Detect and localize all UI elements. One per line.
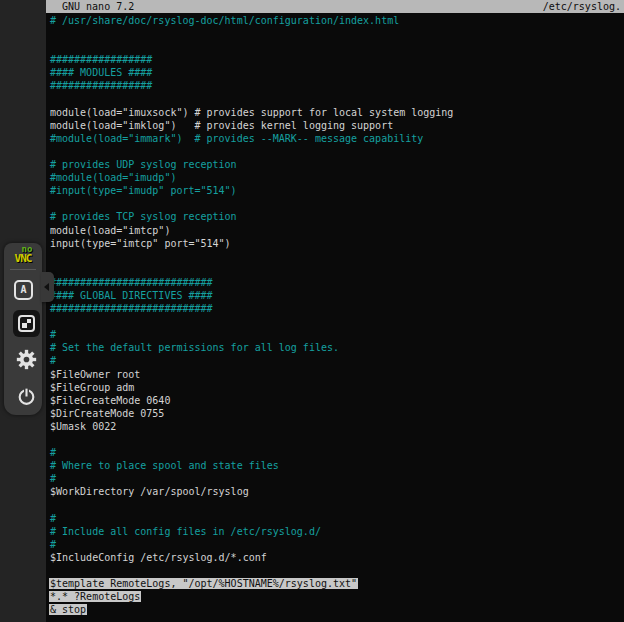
editor-line-text: ########################### (50, 303, 213, 314)
settings-button[interactable] (16, 349, 37, 370)
editor-line-text: # (50, 329, 56, 340)
editor-line-text: # (50, 513, 56, 524)
editor-line-text: module(load="imtcp") (50, 225, 170, 236)
editor-line[interactable] (50, 197, 624, 210)
keyboard-key-icon: A (14, 280, 33, 300)
nano-filename: /etc/rsyslog. (543, 0, 621, 13)
editor-line-text: # Where to place spool and state files (50, 460, 279, 471)
gear-icon (16, 349, 37, 370)
editor-line[interactable]: ################# (50, 79, 624, 92)
editor-line-text: $IncludeConfig /etc/rsyslog.d/*.conf (50, 552, 267, 563)
editor-line[interactable]: $template RemoteLogs, "/opt/%HOSTNAME%/r… (50, 577, 624, 590)
novnc-control-bar: no VNC A (4, 243, 42, 415)
editor-line[interactable] (50, 250, 624, 263)
editor-line-text: $WorkDirectory /var/spool/rsyslog (50, 486, 249, 497)
editor-line[interactable]: $WorkDirectory /var/spool/rsyslog (50, 485, 624, 498)
editor-line-text: $FileCreateMode 0640 (50, 395, 170, 406)
editor-line-text: # (50, 473, 56, 484)
editor-line[interactable]: # /usr/share/doc/rsyslog-doc/html/config… (50, 14, 624, 27)
editor-line[interactable]: # (50, 328, 624, 341)
editor-line[interactable] (50, 93, 624, 106)
editor-line-text: # provides TCP syslog reception (50, 211, 237, 222)
editor-line-text: input(type="imtcp" port="514") (50, 238, 231, 249)
editor-line[interactable]: # provides TCP syslog reception (50, 210, 624, 223)
fullscreen-button[interactable] (13, 310, 40, 337)
editor-line-text: module(load="imklog") # provides kernel … (50, 120, 393, 131)
editor-line-text: # Include all config files in /etc/rsysl… (50, 526, 321, 537)
editor-line-text: $FileOwner root (50, 369, 140, 380)
editor-line-text: module(load="imuxsock") # provides suppo… (50, 107, 453, 118)
editor-line-text: #input(type="imudp" port="514") (50, 185, 237, 196)
editor-line-text: #module(load="immark") # provides --MARK… (50, 133, 423, 144)
nano-titlebar: GNU nano 7.2 /etc/rsyslog. (46, 0, 624, 13)
editor-line-text: #### MODULES #### (50, 67, 152, 78)
editor-line[interactable] (50, 498, 624, 511)
editor-line-text: $Umask 0022 (50, 421, 116, 432)
editor-line[interactable] (50, 315, 624, 328)
editor-line[interactable]: #### MODULES #### (50, 66, 624, 79)
editor-line[interactable]: $DirCreateMode 0755 (50, 407, 624, 420)
editor-line[interactable]: $Umask 0022 (50, 420, 624, 433)
editor-line[interactable]: #module(load="imudp") (50, 171, 624, 184)
editor-line[interactable]: # (50, 446, 624, 459)
editor-line[interactable]: module(load="imklog") # provides kernel … (50, 119, 624, 132)
editor-line-text: ########################### (50, 277, 213, 288)
control-bar-handle[interactable] (41, 272, 54, 302)
editor-line-text: $template RemoteLogs, "/opt/%HOSTNAME%/r… (49, 578, 358, 589)
novnc-logo: no VNC (4, 246, 42, 264)
editor-line[interactable]: #module(load="immark") # provides --MARK… (50, 132, 624, 145)
editor-line[interactable] (50, 433, 624, 446)
power-button[interactable] (16, 386, 37, 407)
editor-line[interactable]: *.* ?RemoteLogs (50, 590, 624, 603)
editor-line[interactable]: $IncludeConfig /etc/rsyslog.d/*.conf (50, 551, 624, 564)
power-icon (16, 386, 37, 407)
editor-line[interactable]: & stop (50, 603, 624, 616)
editor-line[interactable]: $FileOwner root (50, 368, 624, 381)
editor-line[interactable]: # Include all config files in /etc/rsysl… (50, 525, 624, 538)
editor-line[interactable]: # Set the default permissions for all lo… (50, 341, 624, 354)
editor-line[interactable]: # Where to place spool and state files (50, 459, 624, 472)
editor-line-text: # (50, 539, 56, 550)
editor-line[interactable]: # (50, 472, 624, 485)
editor-line[interactable]: # (50, 512, 624, 525)
editor-line[interactable]: ########################### (50, 276, 624, 289)
editor-line[interactable]: # (50, 354, 624, 367)
nano-version: GNU nano 7.2 (62, 0, 134, 13)
fullscreen-icon (18, 315, 35, 332)
editor-line[interactable] (50, 40, 624, 53)
editor-line[interactable]: $FileGroup adm (50, 381, 624, 394)
editor-line-text: *.* ?RemoteLogs (49, 591, 141, 602)
editor-line[interactable] (50, 145, 624, 158)
editor-line[interactable] (50, 27, 624, 40)
editor-line[interactable]: #input(type="imudp" port="514") (50, 184, 624, 197)
terminal-window[interactable]: GNU nano 7.2 /etc/rsyslog. # /usr/share/… (46, 0, 624, 622)
fullscreen-icon-square-small (27, 319, 31, 323)
collapse-arrow-icon (44, 283, 49, 291)
panel-divider (10, 269, 36, 270)
editor-line[interactable]: module(load="imtcp") (50, 224, 624, 237)
novnc-logo-vnc: VNC (4, 253, 42, 264)
editor-line[interactable]: # provides UDP syslog reception (50, 158, 624, 171)
editor-line-text: $FileGroup adm (50, 382, 134, 393)
editor-line[interactable]: # (50, 538, 624, 551)
editor-content[interactable]: # /usr/share/doc/rsyslog-doc/html/config… (50, 14, 624, 622)
editor-line[interactable]: module(load="imuxsock") # provides suppo… (50, 106, 624, 119)
editor-line-text: $DirCreateMode 0755 (50, 408, 164, 419)
editor-line[interactable] (50, 263, 624, 276)
editor-line-text: & stop (49, 604, 87, 615)
editor-line[interactable]: ################# (50, 53, 624, 66)
editor-line-text: # provides UDP syslog reception (50, 159, 237, 170)
editor-line-text: # Set the default permissions for all lo… (50, 342, 339, 353)
editor-line[interactable]: #### GLOBAL DIRECTIVES #### (50, 289, 624, 302)
editor-line-text: # /usr/share/doc/rsyslog-doc/html/config… (50, 15, 399, 26)
keyboard-button[interactable]: A (14, 280, 33, 300)
editor-line-text: #### GLOBAL DIRECTIVES #### (50, 290, 213, 301)
editor-line-text: # (50, 447, 56, 458)
editor-line[interactable]: input(type="imtcp" port="514") (50, 237, 624, 250)
editor-line[interactable] (50, 564, 624, 577)
editor-line-text: #module(load="imudp") (50, 172, 176, 183)
editor-line[interactable]: $FileCreateMode 0640 (50, 394, 624, 407)
editor-line[interactable]: ########################### (50, 302, 624, 315)
editor-line-text: ################# (50, 80, 152, 91)
fullscreen-icon-square-large (22, 323, 27, 328)
